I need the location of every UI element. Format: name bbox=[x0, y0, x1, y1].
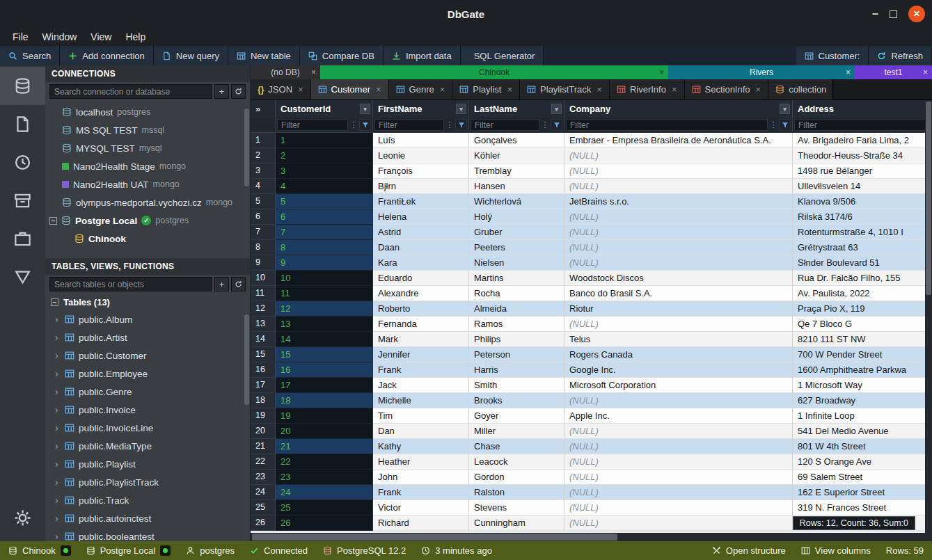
status-view-columns[interactable]: View columns bbox=[801, 545, 871, 556]
cell-company[interactable]: (NULL) bbox=[564, 240, 793, 255]
cell-lastname[interactable]: Ramos bbox=[469, 317, 564, 332]
row-number[interactable]: 2 bbox=[251, 148, 276, 163]
cell-lastname[interactable]: Philips bbox=[469, 332, 564, 347]
cell-customerid[interactable]: 19 bbox=[276, 408, 373, 424]
cell-firstname[interactable]: Fernanda bbox=[373, 317, 469, 332]
cell-lastname[interactable]: Nielsen bbox=[469, 255, 564, 271]
connections-search-input[interactable] bbox=[49, 84, 212, 99]
cell-lastname[interactable]: Gruber bbox=[469, 225, 564, 240]
connection-item-olympus-medportal-vychozi-cz[interactable]: olympus-medportal.vychozi.czmongo bbox=[45, 193, 250, 211]
cell-customerid[interactable]: 22 bbox=[276, 454, 373, 470]
rail-item-files[interactable] bbox=[0, 105, 45, 143]
row-number[interactable]: 23 bbox=[251, 470, 276, 485]
cell-customerid[interactable]: 16 bbox=[276, 362, 373, 378]
horizontal-scrollbar-thumb[interactable] bbox=[252, 534, 617, 541]
close-tab-icon[interactable]: × bbox=[672, 84, 677, 95]
cell-firstname[interactable]: Richard bbox=[373, 515, 469, 531]
filter-input[interactable]: Filter bbox=[566, 119, 768, 131]
cell-company[interactable]: (NULL) bbox=[564, 515, 793, 531]
cell-firstname[interactable]: Frank bbox=[373, 362, 469, 378]
cell-firstname[interactable]: Leonie bbox=[373, 148, 469, 163]
rail-item-settings[interactable] bbox=[0, 499, 45, 537]
filter-menu-icon[interactable]: ⋮ bbox=[445, 120, 455, 129]
cell-company[interactable]: Telus bbox=[564, 332, 793, 347]
cell-company[interactable]: (NULL) bbox=[564, 439, 793, 454]
menu-view[interactable]: View bbox=[84, 30, 118, 44]
column-header-address[interactable]: Address bbox=[793, 100, 932, 118]
db-tab-test1[interactable]: test1× bbox=[855, 65, 932, 79]
cell-address[interactable]: 319 N. Frances Street bbox=[793, 500, 932, 515]
row-number[interactable]: 16 bbox=[251, 362, 276, 378]
row-number[interactable]: 22 bbox=[251, 454, 276, 470]
cell-address[interactable]: Av. Paulista, 2022 bbox=[793, 286, 932, 301]
file-tab-sectioninfo[interactable]: SectionInfo× bbox=[685, 79, 769, 99]
cell-customerid[interactable]: 15 bbox=[276, 347, 373, 362]
rail-item-plugins[interactable] bbox=[0, 220, 45, 258]
filter-input[interactable]: Filter bbox=[374, 119, 444, 131]
collapse-icon[interactable]: − bbox=[51, 298, 58, 306]
expand-all-icon[interactable]: » bbox=[255, 104, 260, 114]
column-header-company[interactable]: Company▾ bbox=[564, 100, 793, 118]
cell-address[interactable]: 1 Microsoft Way bbox=[793, 378, 932, 393]
cell-company[interactable]: Microsoft Corporation bbox=[564, 378, 793, 393]
cell-address[interactable]: 1 Infinite Loop bbox=[793, 408, 932, 424]
row-number[interactable]: 24 bbox=[251, 485, 276, 500]
cell-address[interactable]: 1498 rue Bélanger bbox=[793, 163, 932, 179]
cell-lastname[interactable]: Goyer bbox=[469, 408, 564, 424]
cell-lastname[interactable]: Cunningham bbox=[469, 515, 564, 531]
cell-firstname[interactable]: Frank bbox=[373, 485, 469, 500]
row-number[interactable]: 26 bbox=[251, 515, 276, 531]
row-number[interactable]: 13 bbox=[251, 317, 276, 332]
table-item-public-playlist[interactable]: ›public.Playlist bbox=[45, 455, 250, 473]
cell-customerid[interactable]: 20 bbox=[276, 424, 373, 439]
row-number[interactable]: 10 bbox=[251, 271, 276, 286]
cell-firstname[interactable]: John bbox=[373, 470, 469, 485]
row-number[interactable]: 14 bbox=[251, 332, 276, 347]
filter-funnel-button[interactable] bbox=[359, 119, 371, 131]
cell-company[interactable]: Woodstock Discos bbox=[564, 271, 793, 286]
row-number[interactable]: 1 bbox=[251, 133, 276, 148]
cell-address[interactable]: Rua Dr. Falcão Filho, 155 bbox=[793, 271, 932, 286]
column-header-firstname[interactable]: FirstName▾ bbox=[373, 100, 469, 118]
table-item-public-artist[interactable]: ›public.Artist bbox=[45, 328, 250, 346]
rail-item-history[interactable] bbox=[0, 143, 45, 182]
toolbar-button-sql-generator[interactable]: SQL Generator bbox=[461, 46, 544, 65]
cell-address[interactable]: Qe 7 Bloco G bbox=[793, 317, 932, 332]
cell-customerid[interactable]: 24 bbox=[276, 485, 373, 500]
cell-address[interactable]: Rotenturmstraße 4, 1010 I bbox=[793, 225, 932, 240]
cell-address[interactable]: 8210 111 ST NW bbox=[793, 332, 932, 347]
horizontal-scrollbar[interactable] bbox=[251, 533, 932, 541]
cell-firstname[interactable]: Bjłrn bbox=[373, 179, 469, 194]
filter-input[interactable]: Filter bbox=[794, 119, 930, 131]
cell-company[interactable]: (NULL) bbox=[564, 317, 793, 332]
table-item-public-genre[interactable]: ›public.Genre bbox=[45, 383, 250, 401]
cell-customerid[interactable]: 14 bbox=[276, 332, 373, 347]
tables-group[interactable]: − Tables (13) bbox=[45, 294, 250, 310]
cell-address[interactable]: 801 W 4th Street bbox=[793, 439, 932, 454]
cell-company[interactable]: (NULL) bbox=[564, 255, 793, 271]
menu-file[interactable]: File bbox=[6, 30, 35, 44]
cell-customerid[interactable]: 9 bbox=[276, 255, 373, 271]
cell-company[interactable]: (NULL) bbox=[564, 179, 793, 194]
cell-lastname[interactable]: Chase bbox=[469, 439, 564, 454]
cell-customerid[interactable]: 6 bbox=[276, 209, 373, 225]
table-item-public-playlisttrack[interactable]: ›public.PlaylistTrack bbox=[45, 473, 250, 491]
filter-funnel-button[interactable] bbox=[455, 119, 467, 131]
connection-item-nano2health-uat[interactable]: Nano2Health UATmongo bbox=[45, 175, 250, 193]
vertical-scrollbar-thumb[interactable] bbox=[926, 102, 931, 295]
table-item-public-invoice[interactable]: ›public.Invoice bbox=[45, 401, 250, 419]
close-tab-icon[interactable]: × bbox=[311, 67, 316, 77]
cell-lastname[interactable]: Tremblay bbox=[469, 163, 564, 179]
cell-firstname[interactable]: Jennifer bbox=[373, 347, 469, 362]
cell-firstname[interactable]: Daan bbox=[373, 240, 469, 255]
cell-firstname[interactable]: Jack bbox=[373, 378, 469, 393]
tables-scrollbar-thumb[interactable] bbox=[244, 314, 249, 405]
cell-firstname[interactable]: Astrid bbox=[373, 225, 469, 240]
table-item-public-booleantest[interactable]: ›public.booleantest bbox=[45, 527, 250, 541]
add-connection-mini-button[interactable]: + bbox=[214, 84, 229, 99]
connection-item-ms-sql-test[interactable]: MS SQL TESTmssql bbox=[45, 121, 250, 139]
table-item-public-album[interactable]: ›public.Album bbox=[45, 310, 250, 328]
close-tab-icon[interactable]: × bbox=[376, 84, 381, 95]
tables-search-input[interactable] bbox=[49, 277, 212, 291]
cell-firstname[interactable]: Helena bbox=[373, 209, 469, 225]
